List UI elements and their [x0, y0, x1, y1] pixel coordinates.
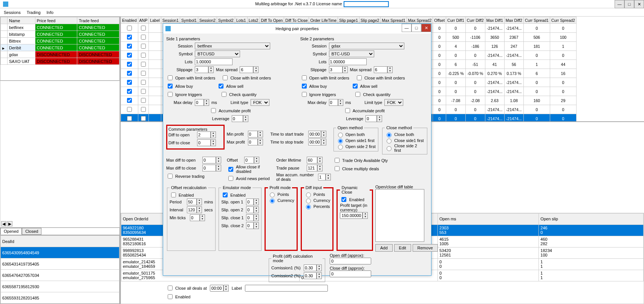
close-all-time[interactable] — [210, 285, 223, 292]
trade-only-qty[interactable] — [335, 158, 340, 163]
remove-button[interactable]: Remove — [413, 244, 438, 252]
recalc-enabled[interactable] — [171, 192, 176, 197]
pm-points[interactable] — [270, 192, 275, 197]
comission2[interactable] — [304, 272, 317, 279]
s1-allow-buy[interactable] — [168, 84, 173, 89]
scroll-left-icon[interactable]: ◀ — [1, 221, 6, 226]
close-all-deals[interactable] — [168, 286, 173, 290]
time-stop[interactable] — [308, 139, 321, 145]
close-button[interactable]: ✕ — [634, 0, 644, 8]
session-row[interactable]: gdaxDISCONNECTEDDISCONNECTED — [1, 51, 119, 58]
sessions-grid[interactable]: Name Price feed Trade feed betfinexCONNE… — [0, 17, 120, 81]
s1-ignore-triggers[interactable] — [168, 92, 173, 97]
row-anp[interactable] — [141, 35, 146, 40]
avoid-news[interactable] — [228, 176, 233, 181]
s2-maxspread[interactable] — [374, 66, 387, 73]
s2-leverage[interactable] — [366, 115, 377, 122]
row-enabled[interactable] — [127, 26, 132, 31]
s1-maxspread[interactable] — [240, 66, 253, 73]
s2-lots[interactable] — [329, 58, 367, 65]
tab-opened[interactable]: Opened — [0, 228, 22, 235]
s2-open-limit[interactable] — [302, 75, 307, 80]
edit-button[interactable]: Edit — [394, 244, 411, 252]
slip-close2[interactable] — [246, 222, 254, 229]
di-percents[interactable] — [306, 205, 311, 209]
s2-max-delay[interactable] — [329, 99, 338, 106]
open-diff-approx[interactable] — [330, 258, 371, 264]
s1-limit-type[interactable]: FOK — [251, 99, 269, 106]
s1-allow-sell[interactable] — [219, 84, 223, 89]
s2-check-qty[interactable] — [355, 92, 360, 97]
row-anp[interactable] — [141, 89, 146, 94]
deals-grid[interactable]: DealId 636543095480454963654314197354056… — [0, 235, 120, 304]
open-s1[interactable] — [338, 139, 343, 144]
max-profit[interactable] — [248, 139, 258, 145]
slip-open1[interactable] — [246, 199, 254, 205]
deal-row[interactable]: 6365476427057034 — [1, 270, 119, 281]
recalc-interval[interactable] — [187, 206, 197, 213]
tab-closed[interactable]: Closed — [22, 228, 41, 235]
diff-to-close[interactable] — [197, 139, 211, 146]
slip-open2[interactable] — [246, 206, 254, 213]
close-diff-approx[interactable] — [330, 270, 371, 277]
s2-symbol[interactable]: BTC-USD — [329, 50, 374, 57]
max-diff-close[interactable] — [202, 165, 216, 171]
s1-lots[interactable] — [195, 58, 233, 65]
profit-target[interactable] — [340, 212, 363, 219]
di-points[interactable] — [306, 192, 311, 197]
diff-to-open[interactable] — [197, 131, 211, 138]
s2-ignore-triggers[interactable] — [302, 92, 307, 97]
close-s1[interactable] — [387, 139, 392, 144]
row-enabled[interactable] — [127, 107, 132, 112]
open-both[interactable] — [338, 133, 343, 137]
row-anp[interactable] — [141, 53, 146, 58]
maximize-button[interactable]: □ — [624, 0, 634, 8]
s2-limit-type[interactable]: FOK — [384, 99, 403, 106]
s1-leverage[interactable] — [232, 115, 243, 122]
row-anp[interactable] — [141, 98, 146, 103]
min-profit[interactable] — [248, 131, 258, 137]
s1-session[interactable]: betfinex — [195, 43, 270, 49]
minimize-button[interactable]: — — [615, 0, 624, 8]
dialog-maximize[interactable]: □ — [411, 24, 421, 32]
row-enabled[interactable] — [127, 44, 132, 49]
open-s2[interactable] — [338, 145, 343, 150]
s2-slippage[interactable] — [329, 66, 343, 73]
row-enabled[interactable] — [127, 62, 132, 67]
bottom-enabled[interactable] — [168, 294, 173, 299]
row-enabled[interactable] — [127, 35, 132, 40]
min-ticks[interactable] — [190, 214, 200, 221]
dialog-minimize[interactable]: — — [402, 24, 411, 32]
close-both[interactable] — [387, 133, 392, 137]
recalc-period[interactable] — [187, 199, 197, 205]
dc-enabled[interactable] — [341, 197, 346, 202]
allow-close-disabled[interactable] — [228, 167, 233, 172]
comission1[interactable] — [304, 264, 317, 271]
s2-session[interactable]: gdax — [329, 43, 404, 49]
di-currency[interactable] — [306, 199, 311, 203]
session-row[interactable]: BittrexCONNECTEDCONNECTED — [1, 38, 119, 44]
max-diff-open[interactable] — [202, 157, 216, 163]
s1-open-limit[interactable] — [168, 75, 173, 80]
scroll-right-icon[interactable]: ▶ — [7, 221, 12, 226]
s1-max-delay[interactable] — [195, 99, 204, 106]
s1-slippage[interactable] — [195, 66, 208, 73]
close-s2[interactable] — [387, 146, 392, 151]
row-anp[interactable] — [141, 116, 146, 121]
pm-currency[interactable] — [270, 199, 275, 203]
dialog-close[interactable]: ✕ — [421, 24, 431, 32]
row-anp[interactable] — [141, 44, 146, 49]
row-enabled[interactable] — [127, 80, 132, 85]
session-row[interactable]: DeribitCONNECTEDCONNECTED — [1, 44, 119, 51]
session-row[interactable]: bitstampCONNECTEDCONNECTED — [1, 31, 119, 38]
max-accum[interactable] — [318, 174, 326, 180]
trade-pause[interactable] — [307, 165, 317, 171]
deal-row[interactable]: 6365593128201485 — [1, 292, 119, 304]
menu-trading[interactable]: Trading — [27, 10, 41, 15]
session-row[interactable]: betfinexCONNECTEDCONNECTED — [1, 24, 119, 31]
menu-info[interactable]: Info — [47, 10, 54, 15]
time-start[interactable] — [308, 131, 321, 137]
s2-close-limit[interactable] — [357, 75, 362, 80]
slip-close1[interactable] — [246, 214, 254, 221]
deal-row[interactable]: 6365430954804549 — [1, 247, 119, 258]
